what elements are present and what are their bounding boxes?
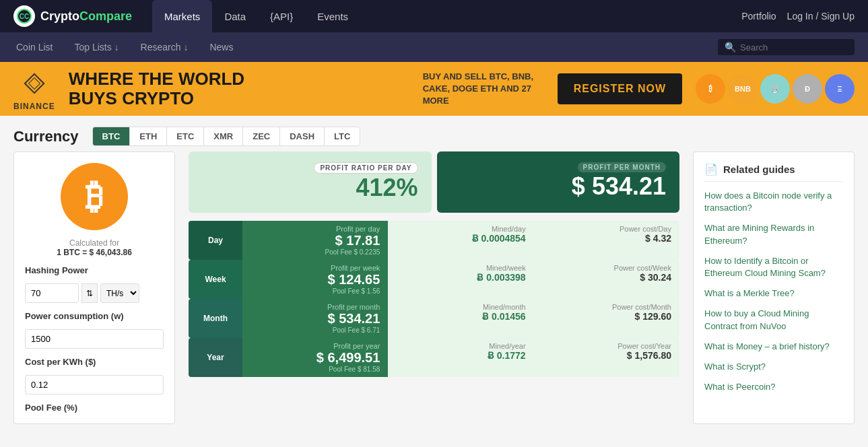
nav-coin-list[interactable]: Coin List xyxy=(13,42,55,53)
left-panel: ₿ Calculated for 1 BTC = $ 46,043.86 Has… xyxy=(13,151,175,424)
stat-period-week: Week xyxy=(189,260,242,299)
banner-logo: BINANCE xyxy=(13,67,55,111)
banner-coins: ₿ BNB 🐰 Ð Ξ xyxy=(696,74,855,104)
calc-rate: Calculated for 1 BTC = $ 46,043.86 xyxy=(57,238,132,257)
profit-month-value: $ 534.21 xyxy=(450,172,667,201)
stat-mined-day: Mined/day Ƀ 0.0004854 xyxy=(388,221,533,260)
stat-mined-year: Mined/year Ƀ 0.1772 xyxy=(388,338,533,377)
coin-eth: Ξ xyxy=(825,74,855,104)
search-wrap: 🔍 xyxy=(718,39,855,55)
tab-ltc[interactable]: LTC xyxy=(325,127,360,145)
search-icon: 🔍 xyxy=(725,42,736,53)
top-nav: CC CryptoCompare Markets Data {API} Even… xyxy=(0,0,868,32)
calc-layout: ₿ Calculated for 1 BTC = $ 46,043.86 Has… xyxy=(13,151,855,424)
second-nav: Coin List Top Lists ↓ Research ↓ News 🔍 xyxy=(0,32,868,62)
guide-link-0[interactable]: How does a Bitcoin node verify a transac… xyxy=(704,190,843,214)
stat-mined-month: Mined/month Ƀ 0.01456 xyxy=(388,299,533,338)
tab-etc[interactable]: ETC xyxy=(167,127,204,145)
banner-register-button[interactable]: REGISTER NOW xyxy=(558,73,682,104)
guide-link-1[interactable]: What are Mining Rewards in Ethereum? xyxy=(704,222,843,246)
cost-per-kwh-input[interactable] xyxy=(25,375,164,394)
stat-power-week: Power cost/Week $ 30.24 xyxy=(534,260,679,299)
profit-month-badge: PROFIT PER MONTH xyxy=(578,162,666,172)
profit-day-label: PROFIT RATIO PER DAY xyxy=(202,162,418,174)
stat-profit-month: Profit per month $ 534.21 Pool Fee $ 6.7… xyxy=(242,299,388,338)
banner-headline: WHERE THE WORLD BUYS CRYPTO xyxy=(69,69,409,108)
stat-period-year: Year xyxy=(189,338,242,377)
pool-fee-label: Pool Fee (%) xyxy=(25,403,164,413)
tab-eth[interactable]: ETH xyxy=(130,127,167,145)
nav-events[interactable]: Events xyxy=(305,0,360,32)
banner-sub-text: BUY AND SELL BTC, BNB, CAKE, DOGE ETH AN… xyxy=(423,71,544,108)
calc-rate-label: Calculated for xyxy=(57,238,132,248)
coin-doge: Ð xyxy=(793,74,822,104)
nav-markets[interactable]: Markets xyxy=(152,0,212,32)
main-content: Currency BTC ETH ETC XMR ZEC DASH LTC ₿ … xyxy=(0,116,868,438)
tab-zec[interactable]: ZEC xyxy=(243,127,280,145)
guide-link-5[interactable]: What is Money – a brief history? xyxy=(704,341,843,353)
banner-headline-text: WHERE THE WORLD BUYS CRYPTO xyxy=(69,69,409,108)
tab-btc[interactable]: BTC xyxy=(93,127,131,145)
profit-month-box: PROFIT PER MONTH $ 534.21 xyxy=(437,151,680,213)
tab-xmr[interactable]: XMR xyxy=(204,127,243,145)
top-nav-right: Portfolio Log In / Sign Up xyxy=(741,11,855,22)
stat-power-day: Power cost/Day $ 4.32 xyxy=(534,221,679,260)
btc-icon: ₿ xyxy=(61,163,128,230)
nav-news[interactable]: News xyxy=(207,42,236,53)
stat-profit-week: Profit per week $ 124.65 Pool Fee $ 1.56 xyxy=(242,260,388,299)
currency-title: Currency xyxy=(13,128,79,145)
nav-research[interactable]: Research ↓ xyxy=(138,42,191,53)
guides-links: How does a Bitcoin node verify a transac… xyxy=(704,190,843,393)
stat-rows: Day Profit per day $ 17.81 Pool Fee $ 0.… xyxy=(189,221,679,377)
tab-dash[interactable]: DASH xyxy=(280,127,325,145)
calc-rate-value: 1 BTC = $ 46,043.86 xyxy=(57,248,132,257)
banner-brand: BINANCE xyxy=(13,102,55,111)
logo-icon: CC xyxy=(13,5,35,27)
hashing-power-input[interactable] xyxy=(25,283,79,303)
svg-text:CC: CC xyxy=(20,13,29,20)
stat-period-day: Day xyxy=(189,221,242,260)
search-input[interactable] xyxy=(740,42,848,53)
guides-title: Related guides xyxy=(723,164,795,175)
portfolio-link[interactable]: Portfolio xyxy=(741,11,776,22)
hashing-power-row: ⇅ TH/s GH/s MH/s xyxy=(25,283,164,303)
stat-row-month: Month Profit per month $ 534.21 Pool Fee… xyxy=(189,299,679,338)
profit-summary: PROFIT RATIO PER DAY 412% PROFIT PER MON… xyxy=(189,151,679,213)
guide-link-4[interactable]: How to buy a Cloud Mining Contract from … xyxy=(704,308,843,332)
coin-bunny: 🐰 xyxy=(760,74,790,104)
logo[interactable]: CC CryptoCompare xyxy=(13,5,132,27)
guide-link-2[interactable]: How to Identify a Bitcoin or Ethereum Cl… xyxy=(704,255,843,279)
stat-period-month: Month xyxy=(189,299,242,338)
nav-api[interactable]: {API} xyxy=(258,0,305,32)
profit-month-label: PROFIT PER MONTH xyxy=(450,162,667,172)
middle-panel: PROFIT RATIO PER DAY 412% PROFIT PER MON… xyxy=(189,151,679,424)
stat-power-month: Power cost/Month $ 129.60 xyxy=(534,299,679,338)
stat-row-year: Year Profit per year $ 6,499.51 Pool Fee… xyxy=(189,338,679,377)
currency-tabs: BTC ETH ETC XMR ZEC DASH LTC xyxy=(92,127,361,146)
guide-link-7[interactable]: What is Peercoin? xyxy=(704,381,843,393)
guides-header: 📄 Related guides xyxy=(704,163,843,182)
stat-row-day: Day Profit per day $ 17.81 Pool Fee $ 0.… xyxy=(189,221,679,260)
nav-top-lists[interactable]: Top Lists ↓ xyxy=(71,42,121,53)
stat-row-week: Week Profit per week $ 124.65 Pool Fee $… xyxy=(189,260,679,299)
stat-profit-year: Profit per year $ 6,499.51 Pool Fee $ 81… xyxy=(242,338,388,377)
nav-data[interactable]: Data xyxy=(212,0,258,32)
right-panel: 📄 Related guides How does a Bitcoin node… xyxy=(693,151,855,424)
hashing-unit-select[interactable]: TH/s GH/s MH/s xyxy=(100,283,139,303)
stat-power-year: Power cost/Year $ 1,576.80 xyxy=(534,338,679,377)
logo-text-compare: Compare xyxy=(79,9,132,24)
logo-text-crypto: Crypto xyxy=(40,9,79,24)
guide-link-3[interactable]: What is a Merkle Tree? xyxy=(704,287,843,300)
top-nav-links: Markets Data {API} Events xyxy=(152,0,741,32)
power-consumption-input[interactable] xyxy=(25,329,164,349)
hashing-power-stepper[interactable]: ⇅ xyxy=(81,283,98,303)
coin-bnb: BNB xyxy=(728,74,758,104)
login-link[interactable]: Log In / Sign Up xyxy=(787,11,855,22)
coin-btc: ₿ xyxy=(696,74,725,104)
guides-icon: 📄 xyxy=(704,163,718,176)
cost-per-kwh-label: Cost per KWh ($) xyxy=(25,357,164,367)
profit-day-badge: PROFIT RATIO PER DAY xyxy=(314,162,418,174)
guide-link-6[interactable]: What is Scrypt? xyxy=(704,361,843,373)
hashing-power-label: Hashing Power xyxy=(25,265,164,275)
stat-mined-week: Mined/week Ƀ 0.003398 xyxy=(388,260,533,299)
